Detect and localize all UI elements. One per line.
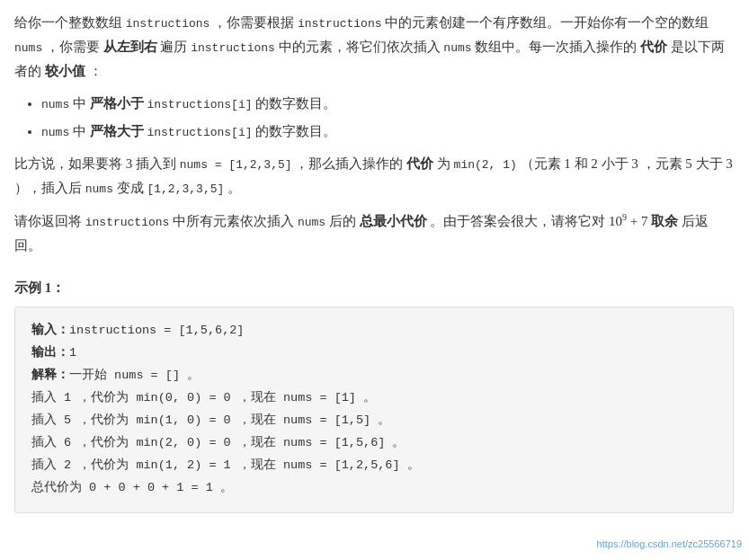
bullet2-strictly-greater: 严格大于 — [90, 124, 144, 138]
return-nums: nums — [298, 216, 325, 229]
example-step-4: 插入 2 ，代价为 min(1, 2) = 1 ，现在 nums = [1,2,… — [31, 455, 717, 477]
example-step-1: 插入 1 ，代价为 min(0, 0) = 0 ，现在 nums = [1] 。 — [31, 387, 717, 410]
bullet-list: nums 中 严格小于 instructions[i] 的数字数目。 nums … — [41, 92, 734, 144]
bullet-item-1: nums 中 严格小于 instructions[i] 的数字数目。 — [41, 92, 734, 116]
bullet2-nums: nums — [41, 126, 69, 139]
example-step-3: 插入 6 ，代价为 min(2, 0) = 0 ，现在 nums = [1,5,… — [31, 432, 717, 455]
ex-nums-result: [1,2,3,3,5] — [147, 182, 224, 196]
example-explanation-line: 解释：一开始 nums = [] 。 — [31, 365, 717, 387]
watermark: https://blog.csdn.net/zc25566719 — [597, 536, 742, 553]
bullet1-nums: nums — [41, 98, 69, 111]
return-paragraph: 请你返回将 instructions 中所有元素依次插入 nums 后的 总最小… — [14, 209, 734, 257]
main-content: 给你一个整数数组 instructions ，你需要根据 instruction… — [14, 11, 734, 513]
example-output-line: 输出：1 — [31, 342, 717, 365]
example-explanation-label: 解释： — [31, 369, 69, 382]
intro-paragraph: 给你一个整数数组 instructions ，你需要根据 instruction… — [14, 11, 734, 83]
keyword-min-value: 较小值 — [45, 64, 85, 78]
bullet-item-2: nums 中 严格大于 instructions[i] 的数字数目。 — [41, 120, 734, 144]
return-total-cost: 总最小代价 — [360, 214, 427, 228]
example-total: 总代价为 0 + 0 + 0 + 1 = 1 。 — [31, 477, 717, 500]
example-output-label: 输出： — [31, 346, 69, 360]
ex-min-calc: min(2, 1) — [454, 158, 517, 172]
example-output-value: 1 — [69, 346, 76, 360]
example-step-2: 插入 5 ，代价为 min(1, 0) = 0 ，现在 nums = [1,5]… — [31, 410, 717, 432]
bullet1-instruction: instructions[i] — [147, 98, 252, 111]
return-instructions: instructions — [85, 216, 170, 229]
keyword-instructions-1: instructions — [126, 17, 210, 31]
bullet2-instruction: instructions[i] — [147, 126, 252, 139]
keyword-nums-2: nums — [443, 41, 471, 55]
example-input-label: 输入： — [31, 324, 69, 337]
keyword-nums-1: nums — [14, 41, 42, 55]
example-input-value: instructions = [1,5,6,2] — [69, 324, 244, 337]
keyword-instructions-2: instructions — [298, 17, 382, 31]
keyword-left-to-right: 从左到右 — [103, 40, 157, 54]
ex-nums-array: nums = [1,2,3,5] — [180, 158, 292, 172]
keyword-cost: 代价 — [640, 40, 667, 54]
example-box: 输入：instructions = [1,5,6,2] 输出：1 解释：一开始 … — [14, 307, 734, 513]
ex-cost-label: 代价 — [406, 156, 433, 171]
bullet1-strictly-less: 严格小于 — [90, 96, 144, 111]
example-explanation-value: 一开始 nums = [] 。 — [69, 369, 200, 382]
example-title: 示例 1： — [14, 277, 734, 300]
ex-nums-label: nums — [85, 182, 113, 196]
return-mod: 取余 — [651, 214, 678, 228]
example-input-line: 输入：instructions = [1,5,6,2] — [31, 320, 717, 342]
keyword-instructions-3: instructions — [191, 41, 275, 55]
example-paragraph: 比方说，如果要将 3 插入到 nums = [1,2,3,5] ，那么插入操作的… — [14, 152, 734, 200]
